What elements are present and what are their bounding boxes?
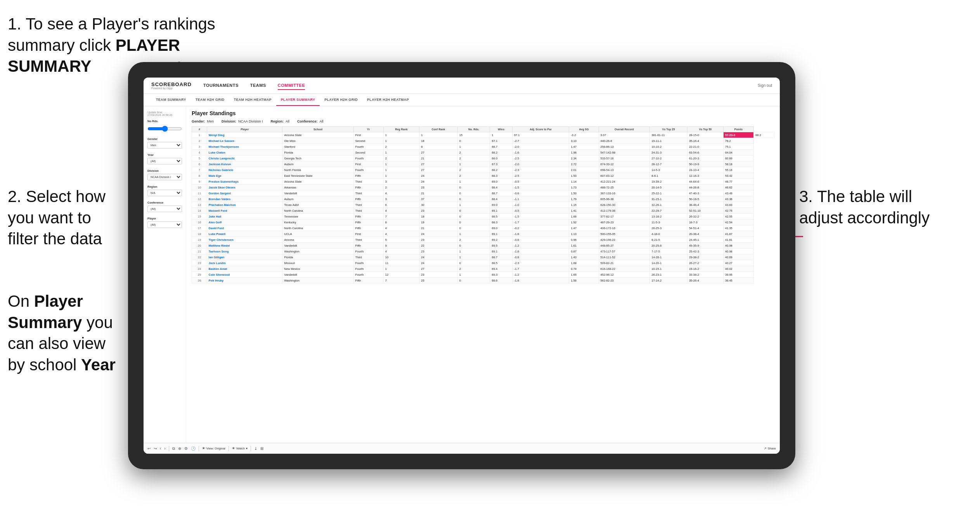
table-row: 23Jack LundinMissouriFourth1124068.5-2.3… [192, 260, 774, 266]
table-row: 10Jacob Skov OlesenArkansasFifth223068.4… [192, 185, 774, 190]
year-filter: Year (All) [147, 153, 182, 164]
table-row: 8Mats EgeEast Tennessee StateFifth124268… [192, 173, 774, 179]
table-row: 5Christo LamprechtGeorgia TechFourth2212… [192, 156, 774, 161]
region-select[interactable]: N/A [147, 190, 182, 196]
division-filter: Division NCAA Division I [147, 169, 182, 180]
col-vs-top50: Vs Top 50 [687, 127, 723, 132]
add-icon[interactable]: ⊕ [178, 446, 181, 451]
player-filter: Player (All) [147, 217, 182, 228]
tablet-device: SCOREBOARD Powered by clippi TOURNAMENTS… [128, 62, 795, 469]
sub-nav-team-h2h-heatmap[interactable]: TEAM H2H HEATMAP [229, 94, 276, 106]
no-rds-filter: No Rds. [147, 119, 182, 133]
nav-committee[interactable]: COMMITTEE [278, 81, 305, 90]
table-row: 13Phichaksn MaichonTexas A&MThird630169.… [192, 202, 774, 208]
undo-icon[interactable]: ↩ [147, 446, 151, 451]
col-wins: Wins [490, 127, 512, 132]
conference-filter-display: Conference: All [297, 119, 324, 123]
separator-3 [229, 446, 229, 451]
col-rank: # [192, 127, 207, 132]
share-button[interactable]: ↗ Share [764, 447, 776, 450]
separator-2 [199, 446, 199, 451]
table-area: Player Standings Gender: Men Division: N… [186, 106, 780, 443]
table-row: 14Maxwell FordNorth CarolinaThird423069.… [192, 208, 774, 214]
copy-icon[interactable]: ⧉ [172, 446, 175, 451]
player-select[interactable]: (All) [147, 221, 182, 228]
region-filter-display: Region: All [271, 119, 290, 123]
region-filter: Region N/A [147, 185, 182, 196]
gender-filter: Gender Men [147, 137, 182, 149]
table-row: 16Alex GoffKentuckyFifth819068.3-1.71.92… [192, 219, 774, 225]
redo-icon[interactable]: ↪ [154, 446, 157, 451]
bottom-toolbar: ↩ ↪ ‹ › ⧉ ⊕ ⚙ 🕐 👁 View: Original 👁 Watch… [144, 443, 780, 454]
table-row: 7Nicholas GabrieleNorth FloridaFourth127… [192, 167, 774, 173]
table-row: 25Cole SherwoodVanderbiltFourth1223169.3… [192, 272, 774, 278]
sub-nav: TEAM SUMMARY TEAM H2H GRID TEAM H2H HEAT… [144, 94, 780, 106]
col-player: Player [207, 127, 282, 132]
update-time: Update time: 27/03/2024 16:56:26 [147, 111, 182, 116]
division-select[interactable]: NCAA Division I [147, 174, 182, 180]
sub-nav-player-h2h-grid[interactable]: PLAYER H2H GRID [320, 94, 362, 106]
table-row: 9Preston SummerhaysArizona StateThird324… [192, 179, 774, 185]
table-row: 6Jackson KoivunAuburnFirst127167.3-2.02.… [192, 161, 774, 167]
watch-button[interactable]: 👁 Watch ▾ [232, 447, 248, 450]
table-row: 4Luke ClatonFloridaSecond127268.2-1.61.9… [192, 150, 774, 156]
table-title: Player Standings [192, 110, 774, 116]
view-original[interactable]: 👁 View: Original [202, 447, 225, 450]
col-adj-score: Adj. Score to Par [512, 127, 569, 132]
col-overall: Overall Record [599, 127, 650, 132]
table-filter-row: Gender: Men Division: NCAA Division I Re… [192, 119, 774, 123]
nav-tournaments[interactable]: TOURNAMENTS [203, 81, 239, 90]
separator-1 [169, 446, 169, 451]
sub-nav-player-h2h-heatmap[interactable]: PLAYER H2H HEATMAP [362, 94, 414, 106]
table-row: 3Michael ThorbjornsenStanfordFourth28168… [192, 144, 774, 150]
sub-nav-player-summary[interactable]: PLAYER SUMMARY [276, 94, 320, 106]
col-no-rds: No. Rds. [457, 127, 490, 132]
col-conf-rank: Conf Rank [419, 127, 458, 132]
col-school: School [282, 127, 353, 132]
sign-out-link[interactable]: Sign out [758, 83, 772, 88]
table-row: 24Bastien AmatNew MexicoFourth127269.4-1… [192, 266, 774, 272]
col-points: Points [723, 127, 753, 132]
clock-icon[interactable]: 🕐 [191, 446, 196, 451]
table-row: 20Matthew RiedelVanderbiltFifth922069.5-… [192, 243, 774, 249]
gender-select[interactable]: Men [147, 142, 182, 149]
nav-bar: SCOREBOARD Powered by clippi TOURNAMENTS… [144, 78, 780, 94]
separator-4 [251, 446, 251, 451]
annotation-3: 3. The table will adjust accordingly [799, 186, 974, 228]
sub-nav-team-summary[interactable]: TEAM SUMMARY [151, 94, 191, 106]
nav-items: TOURNAMENTS TEAMS COMMITTEE [203, 81, 758, 90]
table-row: 19Tiger ChristensenArizonaThird523269.2-… [192, 237, 774, 243]
nav-right: Sign out [758, 83, 772, 88]
sub-nav-team-h2h-grid[interactable]: TEAM H2H GRID [191, 94, 229, 106]
col-reg-rank: Reg Rank [383, 127, 419, 132]
main-content: Update time: 27/03/2024 16:56:26 No Rds.… [144, 106, 780, 443]
download-icon[interactable]: ⤓ [254, 446, 257, 451]
table-row: 2Michael Le SasseeOle MissSecond118067.1… [192, 138, 774, 144]
col-vs-top25: Vs Top 25 [650, 127, 687, 132]
tablet-screen: SCOREBOARD Powered by clippi TOURNAMENTS… [144, 78, 780, 454]
logo: SCOREBOARD Powered by clippi [151, 82, 192, 90]
table-row: 15Jake HallTennesseeFifth718068.5-1.51.6… [192, 214, 774, 219]
nav-teams[interactable]: TEAMS [250, 81, 266, 90]
table-row: 22Ian GilliganFloridaThird1024168.7-0.81… [192, 254, 774, 260]
back-icon[interactable]: ‹ [160, 446, 161, 451]
settings-icon[interactable]: ⚙ [184, 446, 188, 451]
table-row: 21Taehoon SongWashingtonFourth423169.1-1… [192, 249, 774, 254]
conference-filter: Conference (All) [147, 201, 182, 212]
table-row: 18Luke PowellUCLAFirst424169.1-1.81.1350… [192, 231, 774, 237]
table-row: 1Wenyi DingArizona StateFirst1115167.1-3… [192, 132, 774, 138]
year-select[interactable]: (All) [147, 158, 182, 164]
forward-icon[interactable]: › [164, 446, 165, 451]
table-row: 11Gordon SargentVanderbiltThird421068.7-… [192, 190, 774, 196]
table-row: 26Petr HrubyWashingtonFifth725068.6-1.81… [192, 278, 774, 283]
conference-select[interactable]: (All) [147, 206, 182, 212]
table-row: 12Brendan ValdesAuburnFifth337068.4-1.11… [192, 196, 774, 202]
grid-icon[interactable]: ⊞ [260, 446, 263, 451]
standings-table: # Player School Yr Reg Rank Conf Rank No… [192, 126, 774, 283]
col-yr: Yr [353, 127, 383, 132]
gender-filter-display: Gender: Men [192, 119, 214, 123]
table-row: 17David FordNorth CarolinaFifth421069.0-… [192, 225, 774, 231]
no-rds-slider[interactable] [147, 126, 182, 132]
division-filter-display: Division: NCAA Division I [222, 119, 263, 123]
col-avg-sg: Avg SG [569, 127, 599, 132]
